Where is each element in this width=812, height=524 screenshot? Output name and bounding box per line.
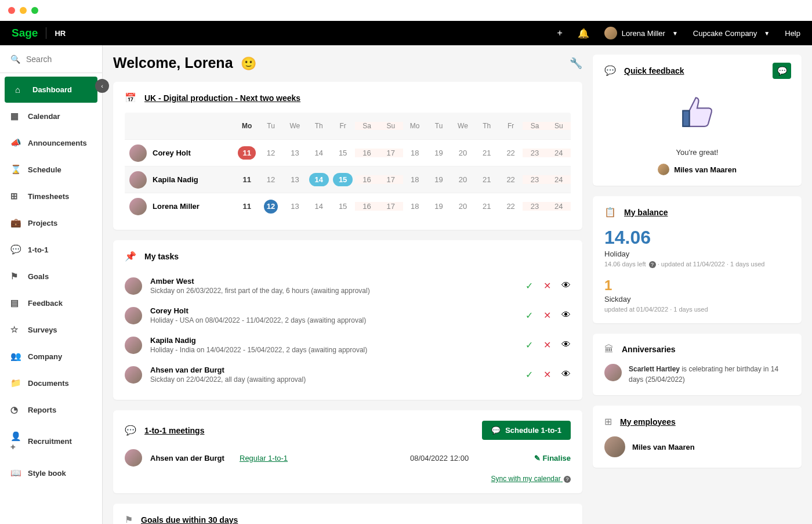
help-icon[interactable]: ? <box>649 261 656 268</box>
maximize-window-icon[interactable] <box>31 7 38 14</box>
reject-button[interactable]: ✕ <box>543 339 551 350</box>
schedule-cell[interactable]: 13 <box>283 202 307 211</box>
schedule-cell[interactable]: 12 <box>259 175 282 184</box>
schedule-cell[interactable]: 22 <box>499 202 523 211</box>
schedule-cell[interactable]: 22 <box>499 149 523 157</box>
schedule-cell[interactable]: 17 <box>379 149 403 157</box>
view-button[interactable]: 👁 <box>561 339 571 350</box>
schedule-cell[interactable]: 20 <box>451 202 474 211</box>
view-button[interactable]: 👁 <box>561 280 571 291</box>
flag-icon: ⚑ <box>125 514 133 524</box>
sidebar-item-1-to-1[interactable]: 💬1-to-1 <box>0 236 102 263</box>
notifications-button[interactable]: 🔔 <box>578 28 589 39</box>
sidebar-item-reports[interactable]: ◔Reports <box>0 396 102 423</box>
schedule-cell[interactable]: 24 <box>547 202 571 211</box>
approve-button[interactable]: ✓ <box>525 339 533 350</box>
schedule-cell[interactable]: 12 <box>259 200 282 214</box>
reject-button[interactable]: ✕ <box>543 280 551 291</box>
schedule-cell[interactable]: 17 <box>379 202 403 211</box>
add-button[interactable]: + <box>557 28 562 38</box>
collapse-sidebar-button[interactable]: ‹ <box>95 79 109 93</box>
schedule-cell[interactable]: 14 <box>307 173 331 186</box>
schedule-cell[interactable]: 15 <box>331 149 354 157</box>
schedule-cell[interactable]: 24 <box>547 175 571 184</box>
sidebar-item-feedback[interactable]: ▤Feedback <box>0 290 102 316</box>
schedule-cell[interactable]: 22 <box>499 175 523 184</box>
schedule-cell[interactable]: 14 <box>307 149 331 157</box>
sidebar-item-documents[interactable]: 📁Documents <box>0 370 102 396</box>
approve-button[interactable]: ✓ <box>525 280 533 291</box>
employees-title[interactable]: My employees <box>620 417 676 427</box>
schedule-cell[interactable]: 18 <box>403 202 427 211</box>
view-button[interactable]: 👁 <box>561 310 571 321</box>
schedule-cell[interactable]: 21 <box>475 202 499 211</box>
give-feedback-button[interactable]: 💬 <box>773 63 791 79</box>
person-name[interactable]: Corey Holt <box>153 149 191 157</box>
sidebar-item-company[interactable]: 👥Company <box>0 343 102 370</box>
schedule-cell[interactable]: 15 <box>331 173 354 186</box>
sidebar-item-announcements[interactable]: 📣Announcements <box>0 129 102 156</box>
schedule-cell[interactable]: 19 <box>427 175 451 184</box>
sidebar-item-surveys[interactable]: ☆Surveys <box>0 316 102 343</box>
approve-button[interactable]: ✓ <box>525 369 533 380</box>
user-menu[interactable]: Lorena Miller ▼ <box>604 27 678 39</box>
schedule-cell[interactable]: 16 <box>355 175 379 184</box>
schedule-cell[interactable]: 15 <box>331 202 354 211</box>
sidebar-item-recruitment[interactable]: 👤+Recruitment <box>0 423 102 460</box>
sidebar-item-style-book[interactable]: 📖Style book <box>0 460 102 486</box>
schedule-cell[interactable]: 11 <box>235 175 259 184</box>
sync-calendar-link[interactable]: Sync with my calendar ? <box>125 475 571 483</box>
schedule-cell[interactable]: 17 <box>379 175 403 184</box>
schedule-cell[interactable]: 19 <box>427 149 451 157</box>
search-input[interactable] <box>26 55 92 64</box>
company-menu[interactable]: Cupcake Company ▼ <box>693 29 770 38</box>
close-window-icon[interactable] <box>8 7 15 14</box>
schedule-cell[interactable]: 13 <box>283 175 307 184</box>
schedule-cell[interactable]: 11 <box>235 146 259 160</box>
schedule-cell[interactable]: 16 <box>355 149 379 157</box>
meetings-title[interactable]: 1-to-1 meetings <box>144 426 204 435</box>
schedule-meeting-button[interactable]: 💬 Schedule 1-to-1 <box>482 421 571 440</box>
sidebar-item-dashboard[interactable]: ⌂Dashboard <box>5 77 97 103</box>
schedule-cell[interactable]: 11 <box>235 202 259 211</box>
schedule-cell[interactable]: 19 <box>427 202 451 211</box>
help-icon[interactable]: ? <box>564 476 571 483</box>
sidebar-item-timesheets[interactable]: ⊞Timesheets <box>0 183 102 209</box>
schedule-cell[interactable]: 23 <box>523 149 546 157</box>
schedule-cell[interactable]: 12 <box>259 149 282 157</box>
schedule-cell[interactable]: 23 <box>523 175 546 184</box>
schedule-cell[interactable]: 24 <box>547 149 571 157</box>
schedule-cell[interactable]: 18 <box>403 175 427 184</box>
goals-title[interactable]: Goals due within 30 days <box>141 515 238 525</box>
settings-icon[interactable]: 🔧 <box>570 57 582 70</box>
schedule-cell[interactable]: 20 <box>451 175 474 184</box>
minimize-window-icon[interactable] <box>20 7 27 14</box>
person-name[interactable]: Kapila Nadig <box>153 175 198 184</box>
sidebar-item-calendar[interactable]: ▦Calendar <box>0 103 102 129</box>
schedule-cell[interactable]: 23 <box>523 202 546 211</box>
meeting-link[interactable]: Regular 1-to-1 <box>240 454 402 462</box>
approve-button[interactable]: ✓ <box>525 310 533 321</box>
feedback-title[interactable]: Quick feedback <box>624 66 684 75</box>
person-name[interactable]: Lorena Miller <box>153 202 200 211</box>
sidebar-item-goals[interactable]: ⚑Goals <box>0 263 102 290</box>
pin-icon: 📌 <box>125 251 136 262</box>
view-button[interactable]: 👁 <box>561 369 571 380</box>
employee-name[interactable]: Miles van Maaren <box>632 443 695 451</box>
schedule-cell[interactable]: 16 <box>355 202 379 211</box>
schedule-cell[interactable]: 13 <box>283 149 307 157</box>
schedule-cell[interactable]: 20 <box>451 149 474 157</box>
sidebar-item-schedule[interactable]: ⌛Schedule <box>0 156 102 183</box>
schedule-title[interactable]: UK - Digital production - Next two weeks <box>144 93 300 103</box>
reject-button[interactable]: ✕ <box>543 310 551 321</box>
schedule-cell[interactable]: 21 <box>475 149 499 157</box>
sidebar-item-projects[interactable]: 💼Projects <box>0 209 102 236</box>
schedule-cell[interactable]: 14 <box>307 202 331 211</box>
schedule-cell[interactable]: 21 <box>475 175 499 184</box>
task-person: Ahsen van der Burgt <box>150 366 517 374</box>
help-link[interactable]: Help <box>785 29 800 38</box>
balance-title[interactable]: My balance <box>624 208 668 217</box>
reject-button[interactable]: ✕ <box>543 369 551 380</box>
finalise-button[interactable]: ✎ Finalise <box>534 454 571 462</box>
schedule-cell[interactable]: 18 <box>403 149 427 157</box>
